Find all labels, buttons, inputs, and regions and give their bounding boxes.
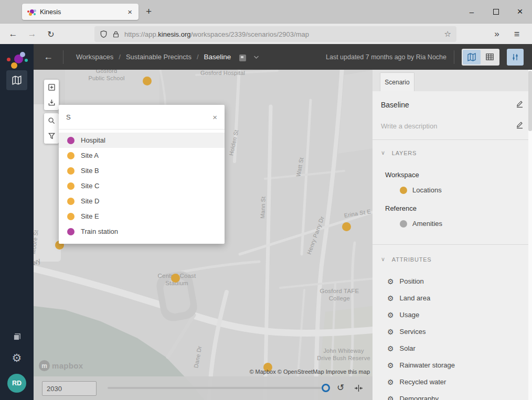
browser-back-button[interactable]: ← [4,24,22,45]
timeline-slider-track[interactable] [108,387,322,389]
search-result-item[interactable]: Site D [59,193,225,209]
toolbar-overflow-icon[interactable]: » [489,24,505,45]
search-clear-icon[interactable]: × [212,113,217,122]
chevron-down-icon: ∨ [381,256,386,263]
breadcrumb-workspace-name[interactable]: Sustainable Precincts [126,53,191,61]
map-search-button[interactable] [44,113,59,128]
scenario-chevron-down-icon[interactable] [253,55,259,59]
header-divider [63,50,63,64]
magenta-dot-icon [67,228,75,235]
grey-dot-icon [400,220,407,228]
window-maximize-button[interactable] [484,7,508,16]
breadcrumb-scenario-name[interactable]: Baseline [204,53,231,61]
hamburger-menu-icon[interactable]: ≡ [509,24,525,45]
scenario-badge-icon [239,55,246,61]
user-avatar[interactable]: RD [7,374,26,393]
shield-icon[interactable] [100,30,108,38]
timeline-slider-handle[interactable] [322,384,330,392]
map-attribution[interactable]: © Mapbox © OpenStreetMap Improve this ma… [249,369,370,375]
attributes-section-header[interactable]: ∨ ATTRIBUTES [381,256,432,263]
search-input[interactable] [66,113,212,121]
browser-reload-button[interactable]: ↻ [42,24,60,45]
app-header: ← Workspaces / Sustainable Precincts / B… [34,44,532,70]
mapbox-logo-icon: m [39,360,50,371]
map-feature-dot[interactable] [171,274,180,283]
scenario-panel: Scenario Baseline Write a description ∨ … [373,70,532,400]
chevron-down-icon: ∨ [381,149,386,156]
edit-name-pencil-icon[interactable] [516,100,524,110]
url-text: https://app.kinesis.org/workspaces/2339/… [124,30,440,38]
map-canvas[interactable]: Gosford Public School Gosford Hospital H… [34,70,373,400]
panel-scrollbar[interactable] [528,70,532,400]
app-back-button[interactable]: ← [34,51,63,62]
gear-icon: ⚙ [387,278,394,285]
window-close-button[interactable]: × [508,6,532,17]
gear-icon: ⚙ [387,395,394,400]
browser-forward-button[interactable]: → [23,24,41,45]
attribute-item-position[interactable]: ⚙Position [387,277,424,285]
map-label-school: Gosford Public School [78,70,135,82]
search-result-item[interactable]: Site E [59,209,225,224]
search-result-item[interactable]: Site C [59,178,225,193]
year-input[interactable] [42,381,97,396]
gear-icon: ⚙ [387,362,394,369]
map-toolbar [44,80,59,147]
map-label-hospital: Gosford Hospital [200,70,245,77]
map-filter-button[interactable] [44,128,59,144]
attribute-item-services[interactable]: ⚙Services [387,328,425,336]
search-result-item[interactable]: Hospital [59,133,225,148]
attribute-item-recycled-water[interactable]: ⚙Recycled water [387,378,446,386]
export-button[interactable] [44,95,59,110]
pages-icon[interactable] [12,332,22,342]
panel-tabbar: Scenario [373,70,532,91]
scrollbar-thumb[interactable] [528,71,532,131]
search-result-item[interactable]: Site A [59,148,225,163]
amber-dot-icon [67,213,75,220]
timeline-reset-icon[interactable]: ↺ [337,382,344,393]
settings-gear-icon[interactable]: ⚙ [12,352,22,363]
map-feature-dot[interactable] [143,77,152,85]
scenario-description-placeholder[interactable]: Write a description [381,122,437,130]
edit-description-pencil-icon[interactable] [516,121,524,131]
timeline-collapse-icon[interactable] [354,384,363,395]
panel-divider [373,244,532,245]
mapbox-logo[interactable]: m mapbox [39,360,83,371]
attribute-item-rainwater-storage[interactable]: ⚙Rainwater storage [387,361,455,369]
timeline-bar: ↺ [34,376,373,400]
map-view-icon [467,52,476,62]
layer-item-locations[interactable]: Locations [400,186,442,194]
view-toggle-group [462,49,499,66]
tab-close-icon[interactable]: × [126,7,133,16]
url-bar[interactable]: https://app.kinesis.org/workspaces/2339/… [94,26,456,42]
table-grid-icon [485,52,494,61]
window-minimize-button[interactable]: – [460,7,484,16]
bookmark-star-icon[interactable]: ☆ [444,29,451,39]
map-label-tafe: Gosford TAFE College [311,287,368,302]
browser-toolbar: ← → ↻ https://app.kinesis.org/workspaces… [0,23,532,44]
layers-section-header[interactable]: ∨ LAYERS [381,149,417,156]
zoom-extent-button[interactable] [44,80,59,95]
attribute-item-usage[interactable]: ⚙Usage [387,311,419,319]
lock-icon[interactable] [112,30,120,38]
breadcrumb-workspaces[interactable]: Workspaces [76,53,113,61]
tab-scenario[interactable]: Scenario [380,72,414,91]
layer-item-amenities[interactable]: Amenities [400,220,442,228]
map-feature-dot[interactable] [342,222,351,231]
maximize-icon [493,9,499,15]
attribute-item-land-area[interactable]: ⚙Land area [387,294,430,302]
attribute-item-demography[interactable]: ⚙Demography [387,395,439,400]
new-tab-button[interactable]: + [146,6,152,17]
layer-group-reference: Reference [385,204,417,212]
search-result-item[interactable]: Site B [59,163,225,178]
table-view-button[interactable] [481,50,498,64]
attribute-item-solar[interactable]: ⚙Solar [387,344,416,352]
screen: Kinesis × + – × ← → ↻ https://app.kinesi… [0,0,532,400]
search-result-item[interactable]: Train station [59,224,225,239]
filters-panel-button[interactable] [507,49,524,66]
browser-tab[interactable]: Kinesis × [22,4,139,20]
map-label-reserve: John Whiteway Drive Bush Reserve [310,348,373,362]
map-view-button[interactable] [463,50,481,64]
expand-square-icon [48,83,56,91]
sidebar-map-button[interactable] [6,70,27,90]
map-icon [12,75,22,85]
